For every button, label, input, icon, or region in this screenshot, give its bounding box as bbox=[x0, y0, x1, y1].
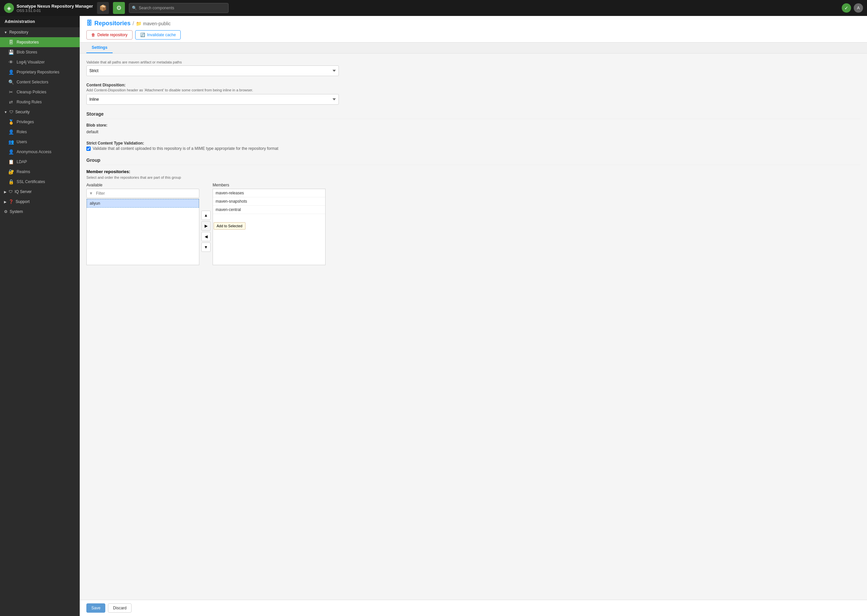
sidebar-group-repository[interactable]: ▼ Repository bbox=[0, 27, 80, 37]
system-icon: ⚙ bbox=[4, 209, 8, 214]
strict-content-field: Strict Content Type Validation: Validate… bbox=[86, 141, 860, 151]
users-icon: 👥 bbox=[8, 139, 14, 145]
blob-store-field: Blob store: default bbox=[86, 123, 860, 135]
storage-section: Storage Blob store: default Strict Conte… bbox=[86, 111, 860, 151]
sidebar-admin-header: Administration bbox=[0, 16, 80, 27]
sidebar-item-proprietary-repos[interactable]: 👤 Proprietary Repositories bbox=[0, 67, 80, 77]
sidebar-item-system[interactable]: ⚙ System bbox=[0, 207, 80, 217]
member-repos-desc: Select and order the repositories that a… bbox=[86, 175, 860, 179]
member-item-maven-central[interactable]: maven-central bbox=[213, 206, 325, 214]
add-to-selected-button[interactable]: ▶ Add to Selected bbox=[201, 221, 210, 231]
sidebar-label-content-selectors: Content Selectors bbox=[17, 80, 48, 84]
repositories-header-icon: 🗄 bbox=[86, 20, 92, 27]
anonymous-icon: 👤 bbox=[8, 149, 14, 154]
sidebar-item-iq-server[interactable]: ▶ 🛡 IQ Server bbox=[0, 187, 80, 197]
sidebar-item-blob-stores[interactable]: 💾 Blob Stores bbox=[0, 47, 80, 57]
member-item-maven-releases[interactable]: maven-releases bbox=[213, 189, 325, 197]
blob-stores-icon: 💾 bbox=[8, 50, 14, 55]
move-down-button[interactable]: ▼ bbox=[201, 242, 210, 252]
breadcrumb-current: 📁 maven-public bbox=[136, 21, 170, 26]
sidebar-label-blob-stores: Blob Stores bbox=[17, 50, 37, 55]
components-nav-button[interactable]: 📦 bbox=[97, 2, 109, 14]
sidebar-item-content-selectors[interactable]: 🔍 Content Selectors bbox=[0, 77, 80, 87]
sidebar-item-anonymous-access[interactable]: 👤 Anonymous Access bbox=[0, 147, 80, 157]
members-list[interactable]: maven-releases maven-snapshots maven-cen… bbox=[213, 189, 325, 265]
bottom-bar: Save Discard bbox=[80, 600, 867, 616]
main-layout: Administration ▼ Repository 🗄 Repositori… bbox=[0, 16, 867, 616]
storage-title: Storage bbox=[86, 111, 860, 119]
app-title: Sonatype Nexus Repository Manager bbox=[17, 4, 93, 9]
group-section: Group Member repositories: Select and or… bbox=[86, 157, 860, 265]
search-placeholder: Search components bbox=[139, 6, 174, 10]
app-subtitle: OSS 3.51.0-01 bbox=[17, 9, 93, 13]
cleanup-icon: ✂ bbox=[8, 90, 14, 95]
tab-settings[interactable]: Settings bbox=[86, 42, 113, 53]
save-button[interactable]: Save bbox=[86, 603, 105, 613]
search-bar[interactable]: 🔍 Search components bbox=[129, 3, 229, 13]
strict-content-checkbox[interactable] bbox=[86, 146, 91, 151]
sidebar: Administration ▼ Repository 🗄 Repositori… bbox=[0, 16, 80, 616]
sidebar-item-support[interactable]: ▶ ❓ Support bbox=[0, 197, 80, 207]
ldap-icon: 📋 bbox=[8, 159, 14, 165]
maven-paths-section: Validate that all paths are maven artifa… bbox=[86, 60, 860, 76]
sidebar-item-roles[interactable]: 👤 Roles bbox=[0, 127, 80, 137]
chevron-down-icon: ▼ bbox=[4, 31, 7, 34]
available-list-item-aliyun[interactable]: aliyun bbox=[87, 199, 199, 207]
transfer-buttons: ▲ ▶ Add to Selected ◀ ▼ bbox=[199, 211, 213, 252]
remove-from-selected-button[interactable]: ◀ bbox=[201, 232, 210, 241]
security-group-icon: 🛡 bbox=[9, 110, 13, 114]
sidebar-group-security[interactable]: ▼ 🛡 Security bbox=[0, 107, 80, 117]
member-repos-label: Member repositories: bbox=[86, 169, 860, 174]
admin-nav-button[interactable]: ⚙ bbox=[113, 2, 125, 14]
sidebar-item-repositories[interactable]: 🗄 Repositories bbox=[0, 37, 80, 47]
repositories-icon: 🗄 bbox=[8, 39, 14, 45]
delete-repository-button[interactable]: 🗑 Delete repository bbox=[86, 30, 132, 39]
filter-wrapper: ▼ bbox=[86, 189, 199, 198]
support-icon: ❓ bbox=[9, 200, 14, 204]
sidebar-item-ldap[interactable]: 📋 LDAP bbox=[0, 157, 80, 167]
sidebar-item-log4j[interactable]: 👁 Log4j Visualizer bbox=[0, 57, 80, 67]
app-logo-icon: ◈ bbox=[4, 3, 14, 13]
breadcrumb: 🗄 Repositories / 📁 maven-public bbox=[86, 20, 860, 27]
repos-layout: Available ▼ aliyun ▲ ▶ bbox=[86, 183, 860, 265]
sidebar-label-routing: Routing Rules bbox=[17, 100, 41, 104]
sidebar-item-realms[interactable]: 🔐 Realms bbox=[0, 167, 80, 177]
sidebar-label-support: Support bbox=[16, 200, 30, 204]
move-up-button[interactable]: ▲ bbox=[201, 211, 210, 220]
members-panel: Members maven-releases maven-snapshots m… bbox=[213, 183, 325, 265]
filter-input[interactable] bbox=[86, 189, 199, 198]
sidebar-item-users[interactable]: 👥 Users bbox=[0, 137, 80, 147]
available-panel: Available ▼ aliyun bbox=[86, 183, 199, 265]
sidebar-label-anonymous: Anonymous Access bbox=[17, 149, 52, 154]
sidebar-label-ssl: SSL Certificates bbox=[17, 179, 45, 184]
sidebar-group-security-label: Security bbox=[15, 110, 30, 114]
discard-button[interactable]: Discard bbox=[108, 603, 132, 613]
proprietary-icon: 👤 bbox=[8, 69, 14, 75]
sidebar-item-privileges[interactable]: 🏅 Privileges bbox=[0, 117, 80, 127]
maven-paths-select[interactable]: Strict Permissive Disabled bbox=[86, 66, 339, 76]
top-navigation: ◈ Sonatype Nexus Repository Manager OSS … bbox=[0, 0, 867, 16]
sidebar-item-cleanup-policies[interactable]: ✂ Cleanup Policies bbox=[0, 87, 80, 97]
breadcrumb-parent: 🗄 Repositories bbox=[86, 20, 130, 27]
tabs-bar: Settings bbox=[80, 42, 867, 53]
log4j-icon: 👁 bbox=[8, 60, 14, 65]
sidebar-group-security-items: 🏅 Privileges 👤 Roles 👥 Users 👤 Anonymous… bbox=[0, 117, 80, 187]
maven-paths-description: Validate that all paths are maven artifa… bbox=[86, 60, 860, 64]
sidebar-item-routing-rules[interactable]: ⇄ Routing Rules bbox=[0, 97, 80, 107]
invalidate-cache-button[interactable]: 🔄 Invalidate cache bbox=[135, 30, 181, 39]
sidebar-label-proprietary: Proprietary Repositories bbox=[17, 70, 60, 74]
group-title: Group bbox=[86, 157, 860, 165]
content-scroll: Validate that all paths are maven artifa… bbox=[80, 53, 867, 600]
filter-icon: ▼ bbox=[89, 191, 93, 196]
sidebar-label-repositories: Repositories bbox=[17, 40, 39, 44]
invalidate-icon: 🔄 bbox=[140, 33, 145, 37]
available-label: Available bbox=[86, 183, 199, 187]
sidebar-item-ssl-certificates[interactable]: 🔒 SSL Certificates bbox=[0, 177, 80, 187]
strict-content-label: Strict Content Type Validation: bbox=[86, 141, 860, 146]
member-item-maven-snapshots[interactable]: maven-snapshots bbox=[213, 197, 325, 206]
content-disposition-select[interactable]: Inline Attachment bbox=[86, 94, 339, 105]
available-list[interactable]: aliyun bbox=[86, 199, 199, 265]
content-selectors-icon: 🔍 bbox=[8, 79, 14, 85]
app-logo: ◈ Sonatype Nexus Repository Manager OSS … bbox=[4, 3, 93, 13]
user-avatar: A bbox=[854, 3, 863, 13]
